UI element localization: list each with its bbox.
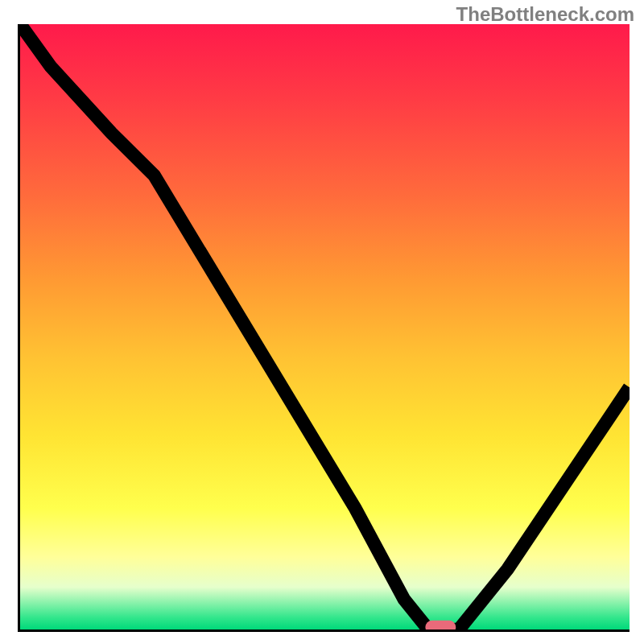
plot-area (18, 24, 630, 632)
curve-svg (20, 24, 630, 630)
optimal-marker (425, 621, 456, 630)
watermark-text: TheBottleneck.com (456, 3, 634, 26)
bottleneck-curve (20, 24, 630, 630)
chart-wrapper: TheBottleneck.com (0, 0, 644, 644)
